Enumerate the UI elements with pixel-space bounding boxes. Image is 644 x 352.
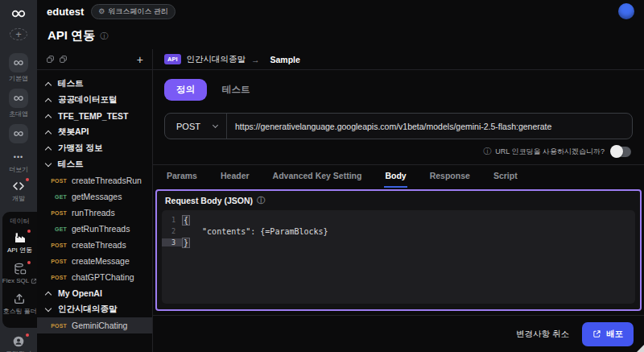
action-footer: 변경사항 취소 배포 xyxy=(153,315,644,352)
json-code-editor[interactable]: 1 { 2 "contents": {=ParamBlocks} 3 } xyxy=(162,210,635,304)
tree-endpoint[interactable]: POSTcreateThreadsRun xyxy=(37,172,152,188)
url-encoding-row: ⓘ URL 인코딩을 사용하시겠습니까? xyxy=(153,139,644,164)
tab-test[interactable]: 테스트 xyxy=(210,79,262,101)
info-icon: ⓘ xyxy=(257,195,265,206)
rail-item-flex-sql[interactable]: Flex SQL xyxy=(2,263,37,284)
tree-endpoint[interactable]: POSTcreateThreads xyxy=(37,237,152,253)
line-number: 2 xyxy=(162,227,183,235)
request-body-title: Request Body (JSON) xyxy=(165,196,253,205)
app-logo[interactable] xyxy=(10,6,27,22)
rail-item-api-integration[interactable]: API 연동 xyxy=(7,231,32,255)
endpoint-label: getMessages xyxy=(72,192,122,201)
rail-item-more[interactable]: ••• 더보기 xyxy=(9,151,28,174)
tab-header[interactable]: Header xyxy=(220,165,250,188)
tab-params[interactable]: Params xyxy=(166,165,198,188)
code-line: 3 } xyxy=(162,237,635,248)
workspace-manage-button[interactable]: ⚙ 워크스페이스 관리 xyxy=(91,4,175,19)
user-avatar[interactable] xyxy=(618,3,634,19)
app-window: + 기본앱 초대앱 ••• 더보기 개발 데이터 API 연동 xyxy=(0,0,644,352)
data-section-label: 데이터 xyxy=(10,217,30,226)
tree-group[interactable]: 챗봇API xyxy=(37,124,152,140)
chevron-up-icon xyxy=(45,291,52,297)
method-badge: POST xyxy=(47,242,67,248)
tree-group[interactable]: 인간시대의종말 xyxy=(37,301,152,317)
tree-group-label: 인간시대의종말 xyxy=(58,304,118,315)
method-badge: POST xyxy=(47,210,67,216)
extra-app-icon xyxy=(9,124,28,143)
url-encoding-label: URL 인코딩을 사용하시겠습니까? xyxy=(495,147,605,157)
tree-endpoint[interactable]: GETgetMessages xyxy=(37,188,152,205)
notification-dot xyxy=(27,230,31,233)
endpoint-label: GeminiChating xyxy=(72,321,127,330)
rail-item-customer-mgmt[interactable]: 고객관리 xyxy=(6,335,31,352)
endpoint-label: runThreads xyxy=(72,208,115,217)
notification-dot xyxy=(26,178,29,181)
factory-icon xyxy=(14,231,27,244)
info-icon[interactable]: ⓘ xyxy=(100,31,108,42)
expand-all-icon[interactable] xyxy=(59,55,68,64)
rail-item-invite-app[interactable]: 초대앱 xyxy=(9,89,28,118)
tree-group-label: 테스트 xyxy=(58,78,84,89)
chevron-up-icon xyxy=(45,97,52,104)
code-text: "contents": {=ParamBlocks} xyxy=(183,227,328,236)
mode-tab-bar: 정의 테스트 xyxy=(153,70,644,104)
tree-group[interactable]: 가맹점 정보 xyxy=(37,140,152,156)
breadcrumb-parent[interactable]: 인간시대의종말 xyxy=(187,54,246,65)
collapse-all-icon[interactable] xyxy=(46,55,55,64)
tree-group-label: 가맹점 정보 xyxy=(58,143,102,154)
tree-group[interactable]: 테스트 xyxy=(37,156,152,172)
tree-endpoint[interactable]: POSTcreateMessage xyxy=(37,253,152,269)
tree-endpoint[interactable]: POSTrunThreads xyxy=(37,205,152,221)
logo-loop-icon xyxy=(10,6,27,22)
tab-advanced-key-setting[interactable]: Advanced Key Setting xyxy=(272,165,363,188)
icon-rail: + 기본앱 초대앱 ••• 더보기 개발 데이터 API 연동 xyxy=(0,0,37,352)
endpoint-label: createThreads xyxy=(72,240,126,250)
tree-endpoint[interactable]: GETgetRunThreads xyxy=(37,221,152,237)
resize-handle[interactable] xyxy=(637,345,644,352)
workspace-manage-label: 워크스페이스 관리 xyxy=(108,6,168,17)
deploy-button[interactable]: 배포 xyxy=(582,322,634,346)
chevron-up-icon xyxy=(45,81,52,88)
request-body-header: Request Body (JSON) ⓘ xyxy=(157,191,640,209)
page-title: API 연동 xyxy=(47,28,95,43)
notification-dot xyxy=(26,333,29,337)
rail-item-label: 개발 xyxy=(12,194,25,203)
tree-group[interactable]: TFE_TEMP_TEST xyxy=(37,108,152,124)
tree-group-label: My OpenAI xyxy=(58,288,102,298)
tab-definition[interactable]: 정의 xyxy=(164,79,207,101)
rail-item-hosting-folder[interactable]: 호스팅 폴더 xyxy=(2,292,36,316)
database-icon xyxy=(14,263,27,275)
url-encoding-toggle[interactable] xyxy=(611,147,631,157)
deploy-label: 배포 xyxy=(606,329,623,340)
rail-item-develop[interactable]: 개발 xyxy=(12,180,25,203)
tree-group[interactable]: My OpenAI xyxy=(37,285,152,301)
code-line: 1 { xyxy=(162,214,635,226)
arrow-right-icon: → xyxy=(251,55,260,64)
method-select[interactable]: POST xyxy=(165,114,227,139)
upload-icon xyxy=(13,292,26,305)
tree-group[interactable]: 공공데이터포털 xyxy=(37,92,152,108)
rail-item-default-app[interactable]: 기본앱 xyxy=(9,53,28,83)
tree-endpoint[interactable]: POSTchatGPTChating xyxy=(37,269,152,285)
tree-group[interactable]: 테스트 xyxy=(37,76,152,92)
url-input[interactable]: https://generativelanguage.googleapis.co… xyxy=(227,122,632,131)
tree-list: 테스트 공공데이터포털 TFE_TEMP_TEST 챗봇API 가맹점 정보 테… xyxy=(37,70,152,333)
tree-toolbar: + xyxy=(37,49,152,70)
method-badge: POST xyxy=(47,259,67,264)
breadcrumb-current: Sample xyxy=(270,55,300,64)
rail-item-extra-app[interactable] xyxy=(9,124,28,145)
discard-changes-button[interactable]: 변경사항 취소 xyxy=(516,329,569,340)
tab-body[interactable]: Body xyxy=(384,165,407,188)
external-link-icon xyxy=(31,278,37,284)
code-text: } xyxy=(183,238,189,247)
chevron-down-icon xyxy=(45,159,52,166)
brand-name: edutest xyxy=(47,6,84,18)
rail-item-label: 초대앱 xyxy=(9,110,28,118)
add-api-button[interactable]: + xyxy=(137,54,143,65)
tab-response[interactable]: Response xyxy=(429,165,471,188)
tab-script[interactable]: Script xyxy=(493,165,518,188)
tree-endpoint-selected[interactable]: POSTGeminiChating xyxy=(37,317,152,333)
chevron-up-icon xyxy=(45,114,52,120)
add-app-button[interactable]: + xyxy=(10,28,27,40)
tree-group-label: 공공데이터포털 xyxy=(58,94,118,106)
